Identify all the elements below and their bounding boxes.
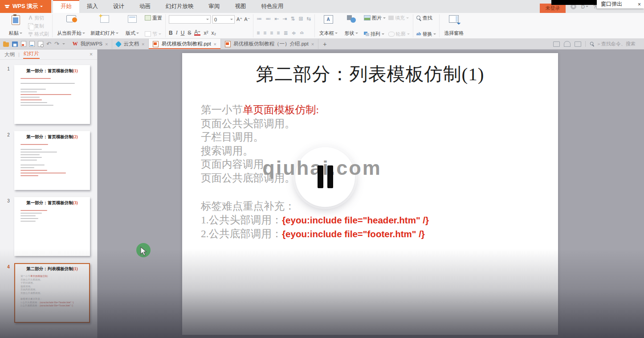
reset-button[interactable]: 重置 [145,15,162,21]
open-folder-icon[interactable] [3,42,9,47]
textbox-button[interactable]: A 文本框 [318,14,339,37]
subscript-button[interactable]: x₂ [211,30,216,36]
text-direction-button[interactable]: ⇅ [290,16,295,22]
close-icon[interactable]: × [142,41,144,47]
bullets-button[interactable]: ≔ [257,16,262,22]
play-from-current-button[interactable]: 从当前开始 [56,14,86,37]
shrink-font-button[interactable]: A⁻ [244,16,250,22]
tab-outline[interactable]: 大纲 [4,51,15,58]
thumbnail-card[interactable]: 第二部分：列表模板仿制(1)第一小节单页面模板仿制:页面公共头部调用。子栏目调用… [14,263,90,323]
menu-tab-7[interactable]: 视图 [228,0,254,13]
numbering-button[interactable]: ≕ [265,16,271,22]
section-button[interactable]: 节 [145,31,162,37]
undo-icon[interactable]: ↶ [46,41,51,47]
current-slide[interactable]: 第二部分：列表模板仿制(1) 第一小节单页面模板仿制:页面公共头部调用。子栏目调… [182,53,558,335]
body-top-line-3: 子栏目调用。 [201,130,319,144]
wps-logo[interactable]: WPS 演示 [0,0,51,13]
grow-font-button[interactable]: A⁺ [236,16,242,22]
layout-button[interactable]: 版式 [122,14,142,37]
arrange-button[interactable]: 排列 [364,31,386,37]
italic-button[interactable]: I [176,29,178,36]
wps-presentation-app: WPS 演示 开始插入设计动画幻灯片放映审阅视图特色应用 未登录 D ? 粘贴 … [0,0,644,338]
align-right-button[interactable]: ≡ [270,30,273,36]
send-feedback-icon[interactable] [575,41,581,47]
slide-thumbnail-2[interactable]: 2第一部分：首页模板仿制(2) [3,131,97,190]
command-search-input[interactable]: ＞查找命令、搜索 [590,41,642,47]
cut-button[interactable]: 剪切 [28,15,49,21]
chevron-down-icon [335,33,338,35]
mouse-cursor-icon [140,247,147,256]
textbox-icon: A [324,15,333,24]
close-icon[interactable]: × [214,41,216,47]
menu-tab-5[interactable]: 幻灯片放映 [158,0,201,13]
bold-button[interactable]: B [169,30,173,36]
font-color-button[interactable]: A [194,30,200,36]
slide-number: 2 [3,131,14,190]
replace-button[interactable]: ab替换 [416,31,436,37]
increase-indent-button[interactable]: ⇥ [282,16,287,22]
menu-tab-4[interactable]: 动画 [132,0,158,13]
play-monitor-icon [66,15,76,22]
menu-tab-8[interactable]: 特色应用 [254,0,291,13]
slide-thumbnail-1[interactable]: 1第一部分：首页模板仿制(1) [3,65,97,124]
thumbnail-card[interactable]: 第一部分：首页模板仿制(3) [14,197,90,256]
close-icon[interactable]: × [90,51,93,58]
line-spacing-button[interactable]: ≑ [291,30,296,36]
slide-thumbnail-4[interactable]: 4第二部分：列表模板仿制(1)第一小节单页面模板仿制:页面公共头部调用。子栏目调… [3,263,97,323]
tools-icon[interactable] [564,41,571,47]
thumbnail-card[interactable]: 第一部分：首页模板仿制(2) [14,131,90,190]
save-icon[interactable] [12,41,18,47]
tab-bar-right: ＞查找命令、搜索 [553,39,644,49]
find-button[interactable]: 查找 [416,15,436,21]
menu-tab-2[interactable]: 插入 [79,0,106,13]
slide-thumbnail-3[interactable]: 3第一部分：首页模板仿制(3) [3,197,97,256]
distribute-button[interactable]: ≣ [283,30,288,36]
thumbnail-title: 第一部分：首页模板仿制(3) [14,200,90,206]
thumbnail-card[interactable]: 第一部分：首页模板仿制(1) [14,65,90,124]
menu-tab-6[interactable]: 审阅 [201,0,228,13]
print-preview-icon[interactable] [38,41,43,47]
align-center-button[interactable]: ≡ [263,30,266,36]
font-size-select[interactable]: 0 [212,15,235,24]
new-slide-button[interactable]: 新建幻灯片 [89,14,120,37]
chevron-down-icon [116,33,118,35]
menu-tab-1[interactable]: 开始 [53,0,79,13]
underline-button[interactable]: U [181,30,185,36]
chevron-down-icon [383,17,386,20]
paragraph-settings-button[interactable]: ≏ [300,30,304,36]
tab-slides[interactable]: 幻灯片 [23,50,40,59]
document-tab-4[interactable]: 易优模板仿制教程（一）介绍.ppt× [221,39,318,49]
print-icon[interactable] [29,41,35,47]
close-icon[interactable]: × [105,41,108,47]
copy-button[interactable]: 复制 [28,23,49,29]
fill-button[interactable]: 填充 [388,15,410,21]
document-tab-1[interactable]: W我的WPS× [69,39,113,49]
screen-share-icon[interactable] [553,41,560,47]
outline-button[interactable]: 轮廓 [388,31,410,37]
font-group: 0 A⁺A⁻ B I U S A x² x₂ [166,14,253,37]
export-pdf-icon[interactable] [21,41,26,47]
menu-tab-3[interactable]: 设计 [106,0,132,13]
redo-icon[interactable]: ↷ [54,41,59,47]
format-painter-button[interactable]: 格式刷 [28,31,49,37]
close-icon[interactable]: × [311,41,314,47]
login-button[interactable]: 未登录 [540,4,566,13]
selection-pane-button[interactable]: 选择窗格 [443,14,465,37]
picture-button[interactable]: 图片 [364,15,386,21]
strikethrough-button[interactable]: S [187,30,191,36]
decrease-indent-button[interactable]: ⇤ [274,16,279,22]
superscript-button[interactable]: x² [204,30,208,36]
char-spacing-button[interactable]: ⇆ [307,16,311,22]
chevron-down-icon[interactable] [62,43,65,46]
document-tab-2[interactable]: 云文档× [112,39,149,49]
shapes-button[interactable]: 形状 [342,14,361,37]
paste-button[interactable]: 粘贴 [6,14,25,37]
close-icon[interactable]: × [638,1,641,8]
new-tab-button[interactable]: + [318,39,331,49]
chevron-down-icon [40,6,43,8]
table-border-button[interactable]: ⊞ [299,16,303,22]
justify-button[interactable]: ≡ [277,30,280,36]
align-left-button[interactable]: ≡ [257,30,260,36]
font-name-select[interactable] [169,15,211,24]
document-tab-3[interactable]: 易优模板仿制教程.ppt× [149,39,221,49]
